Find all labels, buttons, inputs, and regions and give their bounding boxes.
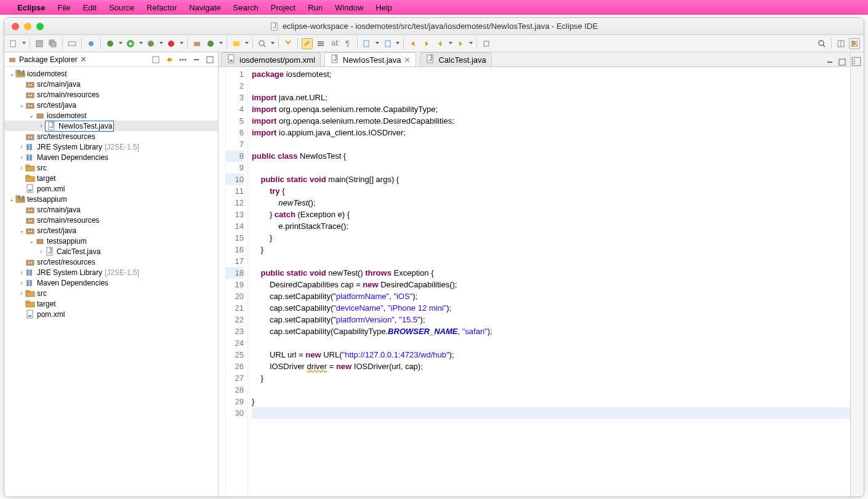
tree-item-pom-xml[interactable]: pom.xml [4,309,218,319]
tree-item-iosdemotest[interactable]: ⌄MJiosdemotest [4,68,218,79]
save-button[interactable] [34,38,45,49]
open-perspective-button[interactable] [835,38,846,49]
minimize-view-icon[interactable] [192,55,201,64]
collapse-all-icon[interactable] [151,55,160,64]
expand-arrow-icon[interactable]: ⌄ [28,238,35,244]
open-type-button[interactable] [231,38,242,49]
search-button[interactable] [257,38,268,49]
tree-item-maven-dependencies[interactable]: ›Maven Dependencies [4,152,218,162]
window-close-button[interactable] [12,23,19,30]
run-last-button[interactable] [166,38,177,49]
tree-item-src[interactable]: ›src [4,162,218,173]
tree-item-testsappium[interactable]: ⌄MJtestsappium [4,194,218,204]
annotation-prev-button[interactable] [361,38,372,49]
expand-arrow-icon[interactable]: ⌄ [8,70,15,77]
tree-item-maven-dependencies[interactable]: ›Maven Dependencies [4,277,218,288]
tree-item-target[interactable]: target [4,173,218,183]
save-all-button[interactable] [47,38,58,49]
menu-window[interactable]: Window [335,3,363,12]
toggle-mark-button[interactable] [283,38,294,49]
new-button[interactable] [8,38,19,49]
tree-item-src-test-java[interactable]: ⌄src/test/java [4,225,218,236]
tree-item-newiostest-java[interactable]: ›JNewIosTest.java [4,121,218,131]
tree-item-calctest-java[interactable]: ›JCalcTest.java [4,246,218,257]
package-explorer-close-icon[interactable]: ✕ [80,55,87,64]
svg-rect-38 [153,57,159,63]
expand-arrow-icon[interactable]: › [18,290,25,297]
nav-back-button[interactable] [408,38,419,49]
quick-access-button[interactable] [816,38,827,49]
tree-item-src-main-java[interactable]: src/main/java [4,79,218,89]
tree-item-src-test-resources[interactable]: src/test/resources [4,257,218,267]
block-select-button[interactable] [315,38,326,49]
menu-project[interactable]: Project [271,3,295,12]
toggle-breadcrumb-button[interactable] [66,38,78,49]
nav-back-history-button[interactable] [435,38,446,49]
expand-arrow-icon[interactable]: ⌄ [18,102,25,108]
menu-source[interactable]: Source [109,3,134,12]
new-class-button[interactable] [205,38,216,49]
maximize-editor-icon[interactable] [838,58,846,66]
expand-arrow-icon[interactable]: ⌄ [18,227,25,234]
editor-tab-iosdemotest-pom-xml[interactable]: iosdemotest/pom.xml [221,52,321,66]
view-menu-icon[interactable] [179,55,187,64]
expand-arrow-icon[interactable]: › [18,143,25,150]
expand-arrow-icon[interactable]: › [38,248,45,255]
tree-item-target[interactable]: target [4,298,218,309]
new-package-button[interactable] [191,38,203,49]
close-tab-icon[interactable]: ✕ [404,55,411,65]
minimize-editor-icon[interactable] [826,58,834,66]
maximize-view-icon[interactable] [206,55,214,64]
expand-arrow-icon[interactable]: › [18,279,25,286]
expand-arrow-icon[interactable]: › [18,269,25,276]
debug-button[interactable] [105,38,116,49]
expand-arrow-icon[interactable]: › [18,154,25,161]
tree-item-src[interactable]: ›src [4,288,218,298]
tree-item-src-main-resources[interactable]: src/main/resources [4,89,218,100]
tree-item-src-test-java[interactable]: ⌄src/test/java [4,100,218,110]
expand-arrow-icon[interactable]: ⌄ [8,196,15,202]
expand-arrow-icon[interactable]: › [18,164,25,171]
expand-arrow-icon[interactable]: › [38,122,45,129]
nav-forward-history-button[interactable] [455,38,466,49]
link-editor-icon[interactable] [165,55,174,64]
run-button[interactable] [125,38,136,49]
menu-run[interactable]: Run [308,3,323,12]
menu-search[interactable]: Search [233,3,259,12]
skip-breakpoints-button[interactable] [86,38,97,49]
java-perspective-button[interactable]: J [849,38,860,49]
tree-item-pom-xml[interactable]: pom.xml [4,183,218,194]
svg-rect-63 [26,144,29,150]
menu-help[interactable]: Help [376,3,392,12]
tree-item-src-main-resources[interactable]: src/main/resources [4,215,218,225]
menu-navigate[interactable]: Navigate [189,3,220,12]
editor-tab-newiostest-java[interactable]: JNewIosTest.java✕ [324,52,417,66]
pi-button[interactable]: ¶ [342,38,353,49]
package-explorer-tree[interactable]: ⌄MJiosdemotestsrc/main/javasrc/main/reso… [4,67,218,497]
annotation-next-button[interactable] [382,38,393,49]
tree-item-jre-system-library[interactable]: ›JRE System Library[J2SE-1.5] [4,267,218,277]
expand-arrow-icon[interactable]: ⌄ [28,112,35,119]
tree-item-src-test-resources[interactable]: src/test/resources [4,131,218,142]
svg-rect-53 [31,95,32,96]
nav-forward-button[interactable] [421,38,432,49]
window-minimize-button[interactable] [24,23,31,30]
app-name[interactable]: Eclipse [17,3,46,12]
highlight-button[interactable] [302,38,313,49]
pin-editor-button[interactable] [481,38,492,49]
outline-view-icon[interactable] [851,56,862,67]
menu-file[interactable]: File [58,3,71,12]
editor-tab-calctest-java[interactable]: JCalcTest.java [420,52,491,66]
menu-edit[interactable]: Edit [82,3,96,12]
coverage-button[interactable] [145,38,156,49]
tree-item-testsappium[interactable]: ⌄testsappium [4,236,218,246]
window-zoom-button[interactable] [36,23,44,30]
menu-refactor[interactable]: Refactor [147,3,177,12]
code-editor[interactable]: package iosdemotest; import java.net.URL… [248,67,850,497]
tree-item-iosdemotest[interactable]: ⌄iosdemotest [4,110,218,121]
show-whitespace-button[interactable]: ab [329,38,340,49]
tree-item-src-main-java[interactable]: src/main/java [4,204,218,215]
eclipse-window: J eclipse-workspace - iosdemotest/src/te… [4,17,864,497]
line-number-gutter: 1234567891011121314151617181920212223242… [226,67,248,497]
tree-item-jre-system-library[interactable]: ›JRE System Library[J2SE-1.5] [4,142,218,152]
